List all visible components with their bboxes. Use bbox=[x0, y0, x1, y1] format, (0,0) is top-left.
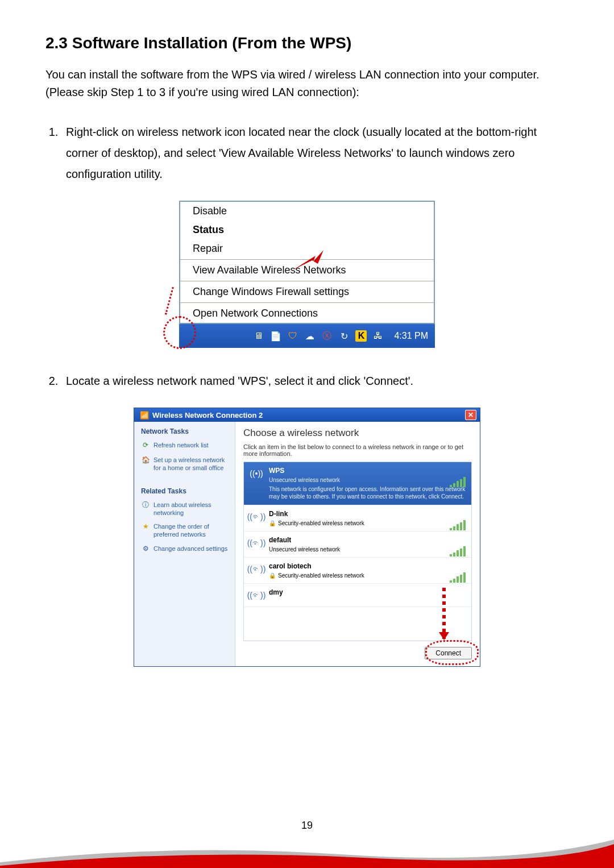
sidebar-item-label: Set up a wireless network for a home or … bbox=[154, 456, 228, 472]
section-heading: 2.3 Software Installation (From the WPS) bbox=[45, 34, 569, 52]
signal-strength-icon bbox=[450, 546, 466, 556]
sidebar-item-change-advanced[interactable]: ⚙ Change advanced settings bbox=[141, 545, 228, 554]
gear-icon: ⚙ bbox=[141, 545, 150, 554]
section-number: 2.3 bbox=[45, 34, 68, 52]
network-security: Unsecured wireless network bbox=[269, 477, 466, 483]
figure-context-menu: Disable Status Repair View Available Wir… bbox=[179, 201, 435, 348]
tray-monitor-icon: 🖥 bbox=[253, 330, 264, 342]
network-name: carol biotech bbox=[269, 562, 466, 570]
wireless-icon: 📶 bbox=[140, 411, 149, 420]
annotation-dotted-circle bbox=[163, 316, 196, 349]
network-list: ((•)) WPS Unsecured wireless network Thi… bbox=[243, 462, 472, 641]
network-item-wps[interactable]: ((•)) WPS Unsecured wireless network Thi… bbox=[244, 462, 471, 505]
sidebar-heading-related-tasks: Related Tasks bbox=[141, 487, 228, 495]
step-2: Locate a wireless network named 'WPS', s… bbox=[61, 371, 569, 392]
network-item-dlink[interactable]: ((ᯤ)) D-link 🔒Security-enabled wireless … bbox=[244, 505, 471, 531]
sidebar-item-change-order[interactable]: ★ Change the order of preferred networks bbox=[141, 522, 228, 539]
step-1: Right-click on wireless network icon loc… bbox=[61, 122, 569, 185]
main-subtext: Click an item in the list below to conne… bbox=[243, 443, 472, 457]
sidebar-heading-network-tasks: Network Tasks bbox=[141, 427, 228, 435]
network-security: Security-enabled wireless network bbox=[278, 572, 364, 579]
tray-clock: 4:31 PM bbox=[394, 331, 428, 341]
signal-strength-icon bbox=[450, 477, 466, 487]
menu-separator bbox=[180, 281, 434, 281]
star-icon: ★ bbox=[141, 522, 150, 531]
svg-marker-0 bbox=[293, 250, 323, 270]
annotation-dotted-circle bbox=[425, 640, 479, 665]
tray-close-icon: ⓧ bbox=[321, 330, 333, 342]
network-name: WPS bbox=[269, 467, 466, 475]
taskbar: 🖥 📄 🛡 ☁ ⓧ ↻ K 🖧 4:31 PM bbox=[179, 324, 435, 348]
tray-cloud-icon: ☁ bbox=[304, 330, 316, 342]
network-security: Security-enabled wireless network bbox=[278, 520, 364, 526]
main-heading: Choose a wireless network bbox=[243, 427, 472, 439]
network-name: D-link bbox=[269, 510, 466, 518]
refresh-icon: ⟳ bbox=[141, 441, 150, 450]
menu-item-firewall[interactable]: Change Windows Firewall settings bbox=[180, 283, 434, 301]
intro-paragraph: You can install the software from the WP… bbox=[45, 66, 569, 101]
signal-strength-icon bbox=[450, 520, 466, 530]
lock-icon: 🔒 bbox=[269, 572, 276, 579]
network-item-dmy[interactable]: ((ᯤ)) dmy bbox=[244, 584, 471, 607]
sidebar-item-refresh[interactable]: ⟳ Refresh network list bbox=[141, 441, 228, 450]
sidebar-item-setup[interactable]: 🏠 Set up a wireless network for a home o… bbox=[141, 456, 228, 472]
network-name: dmy bbox=[269, 588, 466, 596]
annotation-dotted-line bbox=[165, 287, 174, 315]
lock-icon: 🔒 bbox=[269, 520, 276, 526]
footer-swoosh bbox=[0, 837, 614, 868]
main-pane: Choose a wireless network Click an item … bbox=[235, 422, 480, 666]
figure-wireless-window: 📶 Wireless Network Connection 2 ✕ Networ… bbox=[134, 408, 480, 667]
wifi-icon: ((•)) bbox=[250, 467, 263, 480]
svg-marker-1 bbox=[439, 632, 449, 640]
network-item-carol-biotech[interactable]: ((ᯤ)) carol biotech 🔒Security-enabled wi… bbox=[244, 558, 471, 584]
sidebar-item-label: Change the order of preferred networks bbox=[154, 522, 228, 539]
wifi-icon: ((ᯤ)) bbox=[250, 588, 263, 602]
network-warning: This network is configured for open acce… bbox=[269, 485, 466, 500]
sidebar-item-learn[interactable]: ⓘ Learn about wireless networking bbox=[141, 501, 228, 517]
wifi-icon: ((ᯤ)) bbox=[250, 510, 263, 524]
tray-k-icon: K bbox=[355, 330, 367, 342]
sidebar-item-label: Refresh network list bbox=[154, 441, 209, 449]
tray-refresh-icon: ↻ bbox=[338, 330, 350, 342]
sidebar-item-label: Change advanced settings bbox=[154, 545, 227, 553]
info-icon: ⓘ bbox=[141, 501, 150, 510]
tray-document-icon: 📄 bbox=[270, 330, 281, 342]
setup-icon: 🏠 bbox=[141, 456, 150, 465]
annotation-dotted-line bbox=[442, 588, 446, 639]
menu-item-status[interactable]: Status bbox=[180, 221, 434, 239]
wifi-icon: ((ᯤ)) bbox=[250, 536, 263, 550]
wifi-icon: ((ᯤ)) bbox=[250, 562, 263, 576]
window-title: Wireless Network Connection 2 bbox=[152, 411, 263, 420]
network-security: Unsecured wireless network bbox=[269, 546, 466, 553]
section-title-text: Software Installation (From the WPS) bbox=[72, 34, 352, 52]
sidebar: Network Tasks ⟳ Refresh network list 🏠 S… bbox=[134, 422, 235, 666]
network-name: default bbox=[269, 536, 466, 544]
tray-network-icon: 🖧 bbox=[372, 330, 384, 342]
close-button[interactable]: ✕ bbox=[465, 410, 476, 420]
page-number: 19 bbox=[0, 820, 614, 832]
tray-shield-icon: 🛡 bbox=[287, 330, 298, 342]
window-titlebar: 📶 Wireless Network Connection 2 ✕ bbox=[134, 408, 480, 422]
menu-item-disable[interactable]: Disable bbox=[180, 202, 434, 221]
menu-item-open-connections[interactable]: Open Network Connections bbox=[180, 304, 434, 323]
signal-strength-icon bbox=[450, 572, 466, 583]
menu-separator bbox=[180, 302, 434, 303]
sidebar-item-label: Learn about wireless networking bbox=[154, 501, 228, 517]
network-item-default[interactable]: ((ᯤ)) default Unsecured wireless network bbox=[244, 531, 471, 558]
